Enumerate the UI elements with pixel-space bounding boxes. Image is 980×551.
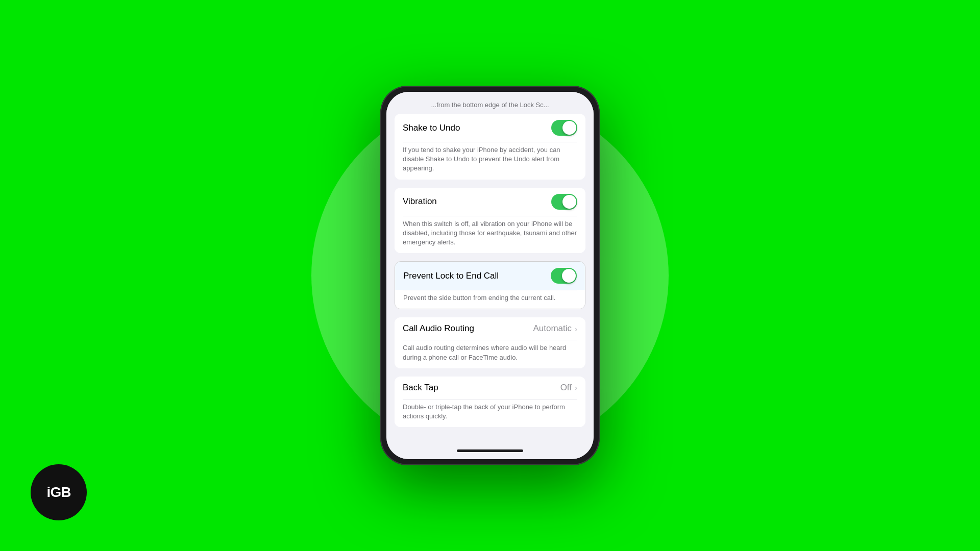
home-indicator [386, 445, 594, 459]
back-tap-label: Back Tap [403, 383, 438, 393]
prevent-lock-description: Prevent the side button from ending the … [395, 290, 585, 309]
prevent-lock-label: Prevent Lock to End Call [403, 271, 499, 281]
back-tap-value: Off [560, 383, 572, 393]
shake-to-undo-label: Shake to Undo [403, 123, 460, 133]
row-shake-to-undo[interactable]: Shake to Undo [395, 114, 585, 142]
call-audio-routing-label: Call Audio Routing [403, 323, 474, 334]
call-audio-routing-chevron: › [575, 324, 577, 333]
iphone-frame: ...from the bottom edge of the Lock Sc..… [380, 86, 600, 465]
section-vibration: Vibration When this switch is off, all v… [395, 188, 585, 254]
home-bar [457, 449, 523, 452]
row-vibration[interactable]: Vibration [395, 188, 585, 216]
top-partial-area: ...from the bottom edge of the Lock Sc..… [386, 92, 594, 114]
section-prevent-lock: Prevent Lock to End Call Prevent the sid… [395, 261, 585, 309]
call-audio-routing-description: Call audio routing determines where audi… [395, 340, 585, 368]
vibration-label: Vibration [403, 196, 437, 207]
call-audio-routing-value: Automatic [533, 323, 572, 334]
row-call-audio-routing[interactable]: Call Audio Routing Automatic › [395, 317, 585, 340]
vibration-description: When this switch is off, all vibration o… [395, 216, 585, 254]
section-shake-to-undo: Shake to Undo If you tend to shake your … [395, 114, 585, 180]
back-tap-value-container: Off › [560, 383, 577, 393]
shake-to-undo-description: If you tend to shake your iPhone by acci… [395, 142, 585, 180]
top-partial-text: ...from the bottom edge of the Lock Sc..… [431, 101, 549, 109]
section-call-audio-routing: Call Audio Routing Automatic › Call audi… [395, 317, 585, 368]
row-back-tap[interactable]: Back Tap Off › [395, 377, 585, 399]
back-tap-chevron: › [575, 383, 577, 392]
igb-logo: iGB [31, 464, 87, 520]
settings-list: Shake to Undo If you tend to shake your … [386, 114, 594, 445]
row-prevent-lock[interactable]: Prevent Lock to End Call [395, 262, 585, 290]
section-back-tap: Back Tap Off › Double- or triple-tap the… [395, 377, 585, 427]
prevent-lock-toggle[interactable] [551, 268, 577, 284]
shake-to-undo-toggle[interactable] [551, 120, 577, 136]
iphone-inner: ...from the bottom edge of the Lock Sc..… [386, 92, 594, 459]
igb-logo-text: iGB [47, 484, 71, 500]
vibration-toggle[interactable] [551, 194, 577, 210]
back-tap-description: Double- or triple-tap the back of your i… [395, 399, 585, 427]
call-audio-routing-value-container: Automatic › [533, 323, 577, 334]
